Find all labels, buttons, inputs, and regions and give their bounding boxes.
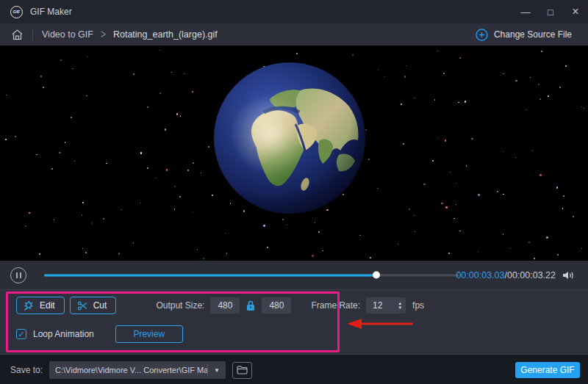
window-controls: — □ ×: [513, 5, 588, 18]
cut-button[interactable]: Cut: [70, 297, 117, 314]
settings-row-1: Edit Cut Output Size: 480 480 F: [16, 296, 424, 315]
open-folder-button[interactable]: [232, 362, 252, 379]
app-logo-icon: GIF: [10, 6, 23, 18]
minimize-button[interactable]: —: [513, 7, 538, 18]
breadcrumb-filename: Rotating_earth_(large).gif: [113, 29, 218, 40]
maximize-button[interactable]: □: [538, 7, 563, 18]
settings-panel: Edit Cut Output Size: 480 480 F: [0, 290, 588, 355]
home-icon[interactable]: [11, 29, 24, 41]
checkmark-icon: ✓: [18, 330, 24, 339]
breadcrumb-bar: Video to GIF > Rotating_earth_(large).gi…: [0, 23, 588, 46]
seek-slider[interactable]: [44, 271, 459, 279]
change-source-file-label: Change Source File: [494, 29, 572, 40]
generate-gif-button[interactable]: Generate GIF: [515, 362, 580, 378]
change-source-file-button[interactable]: Change Source File: [476, 29, 572, 41]
slider-thumb[interactable]: [373, 272, 380, 279]
current-time: 00:00:03.03: [456, 270, 504, 280]
edit-button[interactable]: Edit: [16, 297, 65, 314]
app-title: GIF Maker: [30, 7, 72, 17]
save-path-value[interactable]: C:\Vidmore\Vidmore V... Converter\GIF Ma…: [49, 366, 207, 374]
lock-aspect-icon[interactable]: [246, 300, 255, 311]
fps-unit-label: fps: [412, 300, 424, 311]
save-path-field[interactable]: C:\Vidmore\Vidmore V... Converter\GIF Ma…: [49, 361, 226, 379]
stepper-down-icon[interactable]: ▼: [398, 305, 402, 310]
pause-button[interactable]: [10, 267, 26, 283]
total-time: 00:00:03.22: [507, 270, 556, 280]
settings-row-2: ✓ Loop Animation Preview: [16, 325, 183, 343]
earth-globe-image: [212, 61, 367, 215]
frame-rate-input[interactable]: 12: [366, 297, 394, 314]
red-arrow-annotation: [343, 316, 417, 331]
frame-rate-label: Frame Rate:: [311, 300, 360, 311]
title-bar: GIF GIF Maker — □ ×: [0, 0, 588, 23]
loop-animation-checkbox[interactable]: ✓: [16, 329, 26, 339]
plus-circle-icon: [476, 29, 488, 41]
player-controls-bar: 00:00:03.03/00:00:03.22: [0, 261, 588, 290]
volume-icon[interactable]: [562, 269, 575, 281]
output-width-input[interactable]: 480: [210, 297, 240, 314]
path-dropdown-icon[interactable]: ▼: [208, 367, 226, 374]
folder-icon: [237, 366, 248, 374]
output-size-label: Output Size:: [156, 300, 204, 311]
chevron-right-icon: >: [101, 28, 106, 41]
cut-label: Cut: [93, 300, 107, 311]
breadcrumb-divider: [32, 29, 33, 40]
frame-rate-stepper[interactable]: ▲ ▼: [394, 297, 406, 314]
app-logo-text: GIF: [13, 10, 21, 14]
edit-label: Edit: [40, 300, 55, 311]
loop-animation-label: Loop Animation: [33, 329, 94, 339]
video-preview: [0, 46, 588, 261]
time-display: 00:00:03.03/00:00:03.22: [456, 270, 556, 280]
output-height-input[interactable]: 480: [262, 297, 291, 314]
close-button[interactable]: ×: [563, 5, 588, 18]
magic-wand-icon: [24, 300, 35, 311]
slider-progress: [44, 274, 376, 276]
preview-button[interactable]: Preview: [115, 325, 183, 343]
footer-bar: Save to: C:\Vidmore\Vidmore V... Convert…: [0, 355, 588, 384]
breadcrumb-section[interactable]: Video to GIF: [42, 29, 93, 40]
save-to-label: Save to:: [10, 365, 43, 375]
scissors-icon: [77, 300, 88, 311]
gif-maker-window: GIF GIF Maker — □ × Video to GIF > Rotat…: [0, 0, 588, 384]
